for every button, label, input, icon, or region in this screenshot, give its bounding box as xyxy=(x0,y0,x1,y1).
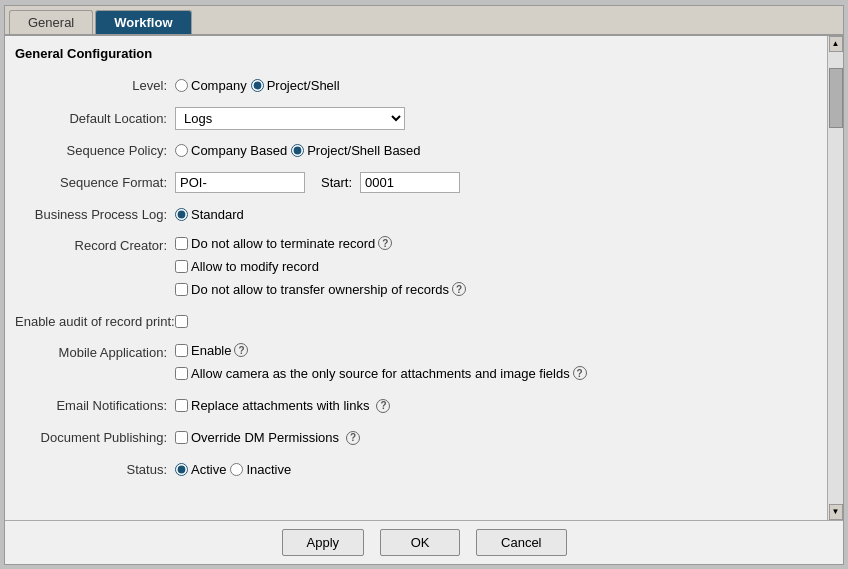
no-terminate-checkbox[interactable] xyxy=(175,237,188,250)
document-publishing-help-icon[interactable]: ? xyxy=(346,431,360,445)
scrollbar-up-arrow[interactable]: ▲ xyxy=(829,36,843,52)
mobile-enable-label[interactable]: Enable ? xyxy=(175,343,587,358)
document-publishing-check-label[interactable]: Override DM Permissions xyxy=(175,430,339,445)
mobile-camera-label[interactable]: Allow camera as the only source for atta… xyxy=(175,366,587,381)
email-notifications-help-icon[interactable]: ? xyxy=(376,399,390,413)
document-publishing-row: Document Publishing: Override DM Permiss… xyxy=(15,427,811,449)
scrollbar-down-arrow[interactable]: ▼ xyxy=(829,504,843,520)
business-process-standard-label[interactable]: Standard xyxy=(175,207,244,222)
email-notifications-controls: Replace attachments with links ? xyxy=(175,398,390,413)
scrollable-content: General Configuration Level: Company Pro… xyxy=(5,36,827,520)
status-row: Status: Active Inactive xyxy=(15,459,811,481)
enable-audit-label: Enable audit of record print: xyxy=(15,314,175,329)
mobile-app-controls: Enable ? Allow camera as the only source… xyxy=(175,343,587,385)
ok-button[interactable]: OK xyxy=(380,529,460,556)
mobile-app-row: Mobile Application: Enable ? Allow camer… xyxy=(15,343,811,385)
sequence-projectshell-text: Project/Shell Based xyxy=(307,143,420,158)
scrollbar-thumb[interactable] xyxy=(829,68,843,128)
sequence-company-label[interactable]: Company Based xyxy=(175,143,287,158)
start-label: Start: xyxy=(321,175,352,190)
default-location-select[interactable]: Logs Documents Records xyxy=(175,107,405,130)
default-location-controls: Logs Documents Records xyxy=(175,107,405,130)
email-notifications-text: Replace attachments with links xyxy=(191,398,369,413)
record-creator-label: Record Creator: xyxy=(15,236,175,253)
mobile-camera-text: Allow camera as the only source for atta… xyxy=(191,366,570,381)
sequence-company-text: Company Based xyxy=(191,143,287,158)
dialog: General Workflow General Configuration L… xyxy=(4,5,844,565)
status-inactive-label[interactable]: Inactive xyxy=(230,462,291,477)
start-input[interactable] xyxy=(360,172,460,193)
status-active-label[interactable]: Active xyxy=(175,462,226,477)
sequence-policy-controls: Company Based Project/Shell Based xyxy=(175,143,421,158)
business-process-standard-radio[interactable] xyxy=(175,208,188,221)
status-inactive-text: Inactive xyxy=(246,462,291,477)
mobile-enable-checkbox[interactable] xyxy=(175,344,188,357)
email-notifications-check-label[interactable]: Replace attachments with links xyxy=(175,398,369,413)
content-area: General Configuration Level: Company Pro… xyxy=(5,36,843,520)
status-active-text: Active xyxy=(191,462,226,477)
level-projectshell-radio[interactable] xyxy=(251,79,264,92)
level-company-radio[interactable] xyxy=(175,79,188,92)
mobile-camera-help-icon[interactable]: ? xyxy=(573,366,587,380)
allow-modify-checkbox[interactable] xyxy=(175,260,188,273)
apply-button[interactable]: Apply xyxy=(282,529,365,556)
mobile-enable-text: Enable xyxy=(191,343,231,358)
sequence-projectshell-radio[interactable] xyxy=(291,144,304,157)
business-process-log-row: Business Process Log: Standard xyxy=(15,204,811,226)
tab-workflow[interactable]: Workflow xyxy=(95,10,191,34)
section-title: General Configuration xyxy=(15,46,811,61)
level-projectshell-text: Project/Shell xyxy=(267,78,340,93)
business-process-standard-text: Standard xyxy=(191,207,244,222)
tab-general[interactable]: General xyxy=(9,10,93,34)
level-row: Level: Company Project/Shell xyxy=(15,75,811,97)
sequence-policy-label: Sequence Policy: xyxy=(15,143,175,158)
email-notifications-row: Email Notifications: Replace attachments… xyxy=(15,395,811,417)
status-label: Status: xyxy=(15,462,175,477)
level-company-label[interactable]: Company xyxy=(175,78,247,93)
record-creator-controls: Do not allow to terminate record ? Allow… xyxy=(175,236,466,301)
document-publishing-checkbox[interactable] xyxy=(175,431,188,444)
level-projectshell-label[interactable]: Project/Shell xyxy=(251,78,340,93)
no-transfer-text: Do not allow to transfer ownership of re… xyxy=(191,282,449,297)
status-inactive-radio[interactable] xyxy=(230,463,243,476)
enable-audit-controls xyxy=(175,315,191,328)
no-terminate-label[interactable]: Do not allow to terminate record ? xyxy=(175,236,466,251)
document-publishing-label: Document Publishing: xyxy=(15,430,175,445)
document-publishing-controls: Override DM Permissions ? xyxy=(175,430,360,445)
allow-modify-label[interactable]: Allow to modify record xyxy=(175,259,466,274)
sequence-projectshell-label[interactable]: Project/Shell Based xyxy=(291,143,420,158)
scrollbar[interactable]: ▲ ▼ xyxy=(827,36,843,520)
default-location-row: Default Location: Logs Documents Records xyxy=(15,107,811,130)
sequence-format-controls: Start: xyxy=(175,172,460,193)
mobile-camera-checkbox[interactable] xyxy=(175,367,188,380)
level-controls: Company Project/Shell xyxy=(175,78,340,93)
enable-audit-checkbox[interactable] xyxy=(175,315,188,328)
sequence-company-radio[interactable] xyxy=(175,144,188,157)
business-process-log-controls: Standard xyxy=(175,207,244,222)
no-transfer-checkbox[interactable] xyxy=(175,283,188,296)
no-terminate-help-icon[interactable]: ? xyxy=(378,236,392,250)
level-company-text: Company xyxy=(191,78,247,93)
business-process-log-label: Business Process Log: xyxy=(15,207,175,222)
no-transfer-help-icon[interactable]: ? xyxy=(452,282,466,296)
status-controls: Active Inactive xyxy=(175,462,291,477)
footer: Apply OK Cancel xyxy=(5,521,843,564)
allow-modify-text: Allow to modify record xyxy=(191,259,319,274)
no-terminate-text: Do not allow to terminate record xyxy=(191,236,375,251)
status-active-radio[interactable] xyxy=(175,463,188,476)
sequence-format-input[interactable] xyxy=(175,172,305,193)
email-notifications-label: Email Notifications: xyxy=(15,398,175,413)
tab-bar: General Workflow xyxy=(5,6,843,36)
sequence-format-row: Sequence Format: Start: xyxy=(15,172,811,194)
record-creator-row: Record Creator: Do not allow to terminat… xyxy=(15,236,811,301)
mobile-enable-help-icon[interactable]: ? xyxy=(234,343,248,357)
document-publishing-text: Override DM Permissions xyxy=(191,430,339,445)
sequence-policy-row: Sequence Policy: Company Based Project/S… xyxy=(15,140,811,162)
mobile-app-label: Mobile Application: xyxy=(15,343,175,360)
level-label: Level: xyxy=(15,78,175,93)
sequence-format-label: Sequence Format: xyxy=(15,175,175,190)
email-notifications-checkbox[interactable] xyxy=(175,399,188,412)
no-transfer-label[interactable]: Do not allow to transfer ownership of re… xyxy=(175,282,466,297)
default-location-label: Default Location: xyxy=(15,111,175,126)
cancel-button[interactable]: Cancel xyxy=(476,529,566,556)
